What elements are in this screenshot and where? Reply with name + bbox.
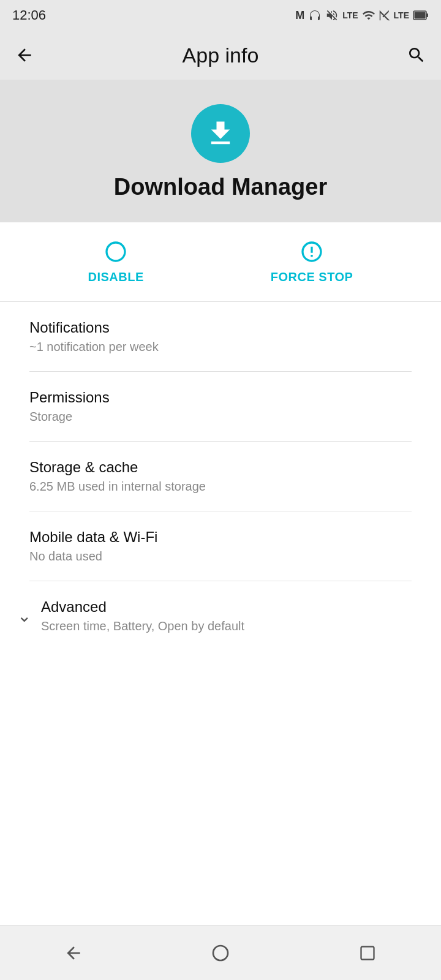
svg-point-3	[213, 946, 228, 960]
battery-icon	[413, 10, 429, 21]
signal-icon	[379, 10, 390, 21]
status-bar: 12:06 M LTE LTE	[0, 0, 441, 31]
disable-icon	[104, 239, 128, 264]
mute-icon	[325, 9, 339, 22]
disable-button[interactable]: DISABLE	[88, 239, 144, 284]
status-icons: M LTE LTE	[295, 9, 429, 22]
app-header: Download Manager	[0, 80, 441, 222]
storage-item[interactable]: Storage & cache 6.25 MB used in internal…	[0, 442, 441, 511]
nav-recents-button[interactable]	[349, 935, 386, 971]
notifications-subtitle: ~1 notification per week	[29, 340, 412, 354]
gmail-icon: M	[295, 9, 304, 22]
chevron-down-icon: ⌄	[17, 606, 31, 626]
top-bar: App info	[0, 31, 441, 80]
status-time: 12:06	[12, 7, 46, 23]
app-icon	[191, 104, 250, 163]
force-stop-button[interactable]: FORCE STOP	[271, 239, 353, 284]
app-name: Download Manager	[114, 174, 327, 200]
back-button[interactable]	[15, 45, 34, 65]
permissions-item[interactable]: Permissions Storage	[0, 372, 441, 441]
notifications-item[interactable]: Notifications ~1 notification per week	[0, 302, 441, 371]
disable-label: DISABLE	[88, 270, 144, 284]
mobile-data-item[interactable]: Mobile data & Wi-Fi No data used	[0, 511, 441, 581]
page-title: App info	[183, 43, 259, 67]
notifications-title: Notifications	[29, 319, 412, 336]
wifi-icon	[362, 9, 375, 22]
advanced-item[interactable]: ⌄ Advanced Screen time, Battery, Open by…	[0, 581, 441, 650]
settings-list: Notifications ~1 notification per week P…	[0, 302, 441, 925]
storage-subtitle: 6.25 MB used in internal storage	[29, 480, 412, 494]
search-button[interactable]	[407, 45, 426, 65]
permissions-subtitle: Storage	[29, 410, 412, 424]
svg-rect-4	[361, 946, 374, 959]
mobile-data-title: Mobile data & Wi-Fi	[29, 529, 412, 546]
headphone-icon	[308, 9, 322, 21]
lte-icon: LTE	[342, 10, 358, 20]
advanced-subtitle: Screen time, Battery, Open by default	[41, 619, 424, 633]
svg-rect-2	[415, 12, 426, 19]
svg-rect-1	[426, 13, 428, 17]
permissions-title: Permissions	[29, 389, 412, 406]
force-stop-label: FORCE STOP	[271, 270, 353, 284]
action-row: DISABLE FORCE STOP	[0, 222, 441, 302]
nav-back-button[interactable]	[55, 935, 92, 971]
mobile-data-subtitle: No data used	[29, 549, 412, 564]
advanced-title: Advanced	[41, 598, 424, 616]
storage-title: Storage & cache	[29, 459, 412, 476]
force-stop-icon	[300, 239, 324, 264]
nav-home-button[interactable]	[202, 935, 239, 971]
lte2-icon: LTE	[394, 10, 409, 20]
bottom-nav	[0, 925, 441, 980]
